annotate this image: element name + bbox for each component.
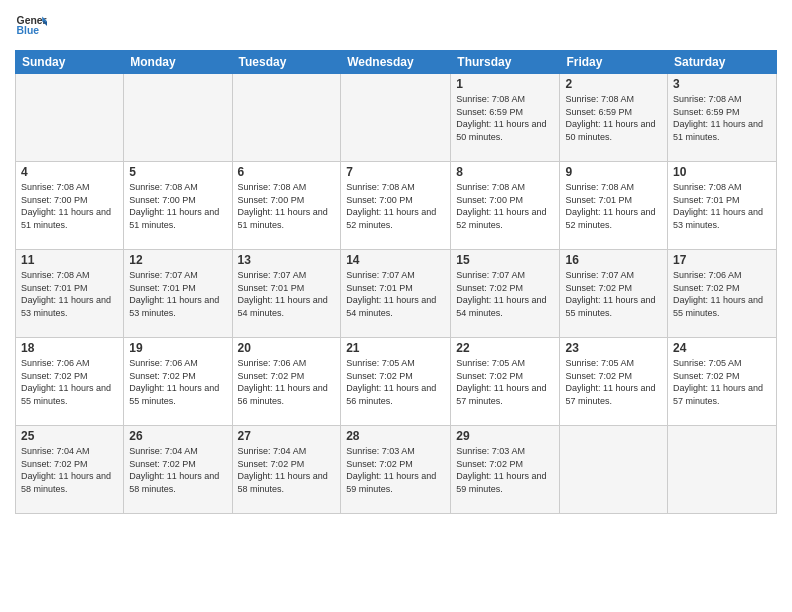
day-info: Sunrise: 7:08 AM Sunset: 6:59 PM Dayligh… bbox=[565, 93, 662, 143]
svg-text:Blue: Blue bbox=[17, 25, 40, 36]
day-number: 28 bbox=[346, 429, 445, 443]
header-monday: Monday bbox=[124, 51, 232, 74]
header-friday: Friday bbox=[560, 51, 668, 74]
day-info: Sunrise: 7:04 AM Sunset: 7:02 PM Dayligh… bbox=[129, 445, 226, 495]
day-number: 25 bbox=[21, 429, 118, 443]
day-cell: 9Sunrise: 7:08 AM Sunset: 7:01 PM Daylig… bbox=[560, 162, 668, 250]
day-number: 3 bbox=[673, 77, 771, 91]
day-cell: 14Sunrise: 7:07 AM Sunset: 7:01 PM Dayli… bbox=[341, 250, 451, 338]
day-number: 13 bbox=[238, 253, 336, 267]
calendar-table: Sunday Monday Tuesday Wednesday Thursday… bbox=[15, 50, 777, 514]
header-thursday: Thursday bbox=[451, 51, 560, 74]
weekday-header-row: Sunday Monday Tuesday Wednesday Thursday… bbox=[16, 51, 777, 74]
day-cell: 16Sunrise: 7:07 AM Sunset: 7:02 PM Dayli… bbox=[560, 250, 668, 338]
day-cell: 3Sunrise: 7:08 AM Sunset: 6:59 PM Daylig… bbox=[668, 74, 777, 162]
day-info: Sunrise: 7:05 AM Sunset: 7:02 PM Dayligh… bbox=[565, 357, 662, 407]
day-number: 26 bbox=[129, 429, 226, 443]
week-row-2: 4Sunrise: 7:08 AM Sunset: 7:00 PM Daylig… bbox=[16, 162, 777, 250]
day-number: 7 bbox=[346, 165, 445, 179]
day-cell bbox=[232, 74, 341, 162]
day-info: Sunrise: 7:08 AM Sunset: 6:59 PM Dayligh… bbox=[673, 93, 771, 143]
day-number: 12 bbox=[129, 253, 226, 267]
header: General Blue bbox=[15, 10, 777, 42]
day-cell: 26Sunrise: 7:04 AM Sunset: 7:02 PM Dayli… bbox=[124, 426, 232, 514]
day-info: Sunrise: 7:07 AM Sunset: 7:01 PM Dayligh… bbox=[238, 269, 336, 319]
week-row-1: 1Sunrise: 7:08 AM Sunset: 6:59 PM Daylig… bbox=[16, 74, 777, 162]
day-info: Sunrise: 7:06 AM Sunset: 7:02 PM Dayligh… bbox=[21, 357, 118, 407]
day-number: 24 bbox=[673, 341, 771, 355]
day-number: 22 bbox=[456, 341, 554, 355]
day-number: 10 bbox=[673, 165, 771, 179]
day-info: Sunrise: 7:08 AM Sunset: 6:59 PM Dayligh… bbox=[456, 93, 554, 143]
day-number: 4 bbox=[21, 165, 118, 179]
week-row-4: 18Sunrise: 7:06 AM Sunset: 7:02 PM Dayli… bbox=[16, 338, 777, 426]
day-cell bbox=[668, 426, 777, 514]
day-cell: 29Sunrise: 7:03 AM Sunset: 7:02 PM Dayli… bbox=[451, 426, 560, 514]
day-info: Sunrise: 7:08 AM Sunset: 7:00 PM Dayligh… bbox=[456, 181, 554, 231]
day-info: Sunrise: 7:07 AM Sunset: 7:01 PM Dayligh… bbox=[129, 269, 226, 319]
header-tuesday: Tuesday bbox=[232, 51, 341, 74]
day-cell: 19Sunrise: 7:06 AM Sunset: 7:02 PM Dayli… bbox=[124, 338, 232, 426]
day-cell bbox=[16, 74, 124, 162]
day-info: Sunrise: 7:08 AM Sunset: 7:01 PM Dayligh… bbox=[21, 269, 118, 319]
header-sunday: Sunday bbox=[16, 51, 124, 74]
day-number: 15 bbox=[456, 253, 554, 267]
day-cell: 10Sunrise: 7:08 AM Sunset: 7:01 PM Dayli… bbox=[668, 162, 777, 250]
day-cell: 23Sunrise: 7:05 AM Sunset: 7:02 PM Dayli… bbox=[560, 338, 668, 426]
day-number: 21 bbox=[346, 341, 445, 355]
day-number: 14 bbox=[346, 253, 445, 267]
day-info: Sunrise: 7:05 AM Sunset: 7:02 PM Dayligh… bbox=[456, 357, 554, 407]
day-number: 11 bbox=[21, 253, 118, 267]
day-info: Sunrise: 7:05 AM Sunset: 7:02 PM Dayligh… bbox=[346, 357, 445, 407]
day-cell: 2Sunrise: 7:08 AM Sunset: 6:59 PM Daylig… bbox=[560, 74, 668, 162]
day-cell: 11Sunrise: 7:08 AM Sunset: 7:01 PM Dayli… bbox=[16, 250, 124, 338]
day-number: 29 bbox=[456, 429, 554, 443]
day-number: 2 bbox=[565, 77, 662, 91]
day-number: 20 bbox=[238, 341, 336, 355]
day-number: 17 bbox=[673, 253, 771, 267]
day-number: 27 bbox=[238, 429, 336, 443]
day-info: Sunrise: 7:04 AM Sunset: 7:02 PM Dayligh… bbox=[238, 445, 336, 495]
day-info: Sunrise: 7:07 AM Sunset: 7:02 PM Dayligh… bbox=[565, 269, 662, 319]
day-cell: 17Sunrise: 7:06 AM Sunset: 7:02 PM Dayli… bbox=[668, 250, 777, 338]
day-info: Sunrise: 7:08 AM Sunset: 7:00 PM Dayligh… bbox=[21, 181, 118, 231]
week-row-3: 11Sunrise: 7:08 AM Sunset: 7:01 PM Dayli… bbox=[16, 250, 777, 338]
day-cell: 25Sunrise: 7:04 AM Sunset: 7:02 PM Dayli… bbox=[16, 426, 124, 514]
day-number: 5 bbox=[129, 165, 226, 179]
day-cell: 20Sunrise: 7:06 AM Sunset: 7:02 PM Dayli… bbox=[232, 338, 341, 426]
day-info: Sunrise: 7:08 AM Sunset: 7:00 PM Dayligh… bbox=[346, 181, 445, 231]
day-number: 9 bbox=[565, 165, 662, 179]
day-info: Sunrise: 7:06 AM Sunset: 7:02 PM Dayligh… bbox=[673, 269, 771, 319]
day-cell: 8Sunrise: 7:08 AM Sunset: 7:00 PM Daylig… bbox=[451, 162, 560, 250]
page: General Blue Sunday Monday Tuesday Wedne… bbox=[0, 0, 792, 612]
day-info: Sunrise: 7:04 AM Sunset: 7:02 PM Dayligh… bbox=[21, 445, 118, 495]
day-number: 8 bbox=[456, 165, 554, 179]
day-number: 16 bbox=[565, 253, 662, 267]
day-info: Sunrise: 7:05 AM Sunset: 7:02 PM Dayligh… bbox=[673, 357, 771, 407]
day-cell: 1Sunrise: 7:08 AM Sunset: 6:59 PM Daylig… bbox=[451, 74, 560, 162]
day-cell: 6Sunrise: 7:08 AM Sunset: 7:00 PM Daylig… bbox=[232, 162, 341, 250]
day-info: Sunrise: 7:03 AM Sunset: 7:02 PM Dayligh… bbox=[456, 445, 554, 495]
day-info: Sunrise: 7:08 AM Sunset: 7:00 PM Dayligh… bbox=[129, 181, 226, 231]
day-cell: 15Sunrise: 7:07 AM Sunset: 7:02 PM Dayli… bbox=[451, 250, 560, 338]
day-info: Sunrise: 7:07 AM Sunset: 7:01 PM Dayligh… bbox=[346, 269, 445, 319]
logo-icon: General Blue bbox=[15, 10, 47, 42]
day-info: Sunrise: 7:08 AM Sunset: 7:01 PM Dayligh… bbox=[565, 181, 662, 231]
day-cell: 21Sunrise: 7:05 AM Sunset: 7:02 PM Dayli… bbox=[341, 338, 451, 426]
day-info: Sunrise: 7:06 AM Sunset: 7:02 PM Dayligh… bbox=[238, 357, 336, 407]
logo: General Blue bbox=[15, 10, 47, 42]
day-cell bbox=[341, 74, 451, 162]
day-number: 23 bbox=[565, 341, 662, 355]
day-info: Sunrise: 7:06 AM Sunset: 7:02 PM Dayligh… bbox=[129, 357, 226, 407]
day-cell: 28Sunrise: 7:03 AM Sunset: 7:02 PM Dayli… bbox=[341, 426, 451, 514]
day-info: Sunrise: 7:03 AM Sunset: 7:02 PM Dayligh… bbox=[346, 445, 445, 495]
day-cell: 27Sunrise: 7:04 AM Sunset: 7:02 PM Dayli… bbox=[232, 426, 341, 514]
day-cell bbox=[124, 74, 232, 162]
day-cell: 22Sunrise: 7:05 AM Sunset: 7:02 PM Dayli… bbox=[451, 338, 560, 426]
day-number: 6 bbox=[238, 165, 336, 179]
day-number: 19 bbox=[129, 341, 226, 355]
day-info: Sunrise: 7:08 AM Sunset: 7:00 PM Dayligh… bbox=[238, 181, 336, 231]
day-cell: 5Sunrise: 7:08 AM Sunset: 7:00 PM Daylig… bbox=[124, 162, 232, 250]
day-cell: 13Sunrise: 7:07 AM Sunset: 7:01 PM Dayli… bbox=[232, 250, 341, 338]
day-info: Sunrise: 7:07 AM Sunset: 7:02 PM Dayligh… bbox=[456, 269, 554, 319]
